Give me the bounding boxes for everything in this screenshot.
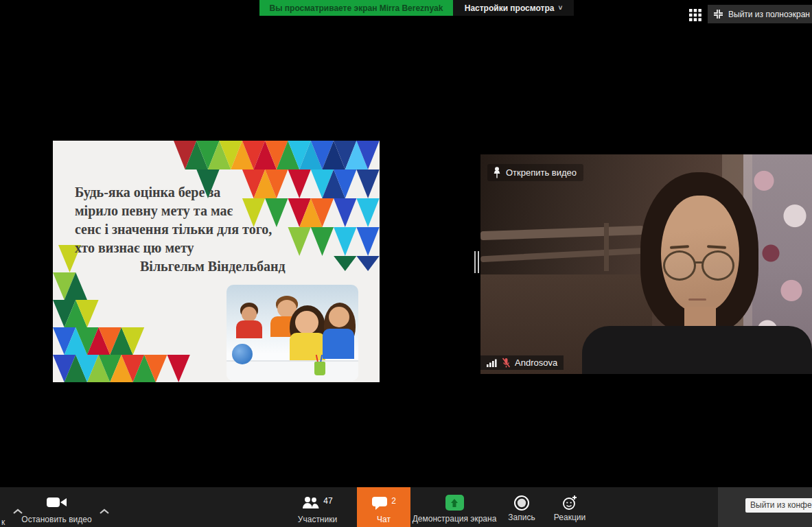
bed-rail	[480, 248, 647, 263]
record-button[interactable]: Запись	[498, 487, 546, 527]
bed-rail	[480, 226, 644, 240]
collapse-arrows-icon	[713, 9, 723, 19]
gallery-view-button[interactable]	[688, 8, 703, 23]
chat-icon	[371, 496, 388, 510]
quote-line: Будь-яка оцінка бере за	[75, 183, 301, 202]
stop-video-label: Остановить видео	[21, 515, 91, 524]
chevron-up-icon	[99, 508, 110, 515]
signal-bars-icon	[487, 359, 498, 367]
chat-badge: 2	[391, 496, 396, 506]
reactions-label: Реакции	[554, 513, 585, 522]
mic-muted-icon	[502, 358, 511, 368]
participants-count: 47	[323, 496, 332, 506]
slide-quote: Будь-яка оцінка бере за мірило певну мет…	[75, 183, 301, 276]
participant-name-label: Androsova	[480, 355, 564, 370]
chevron-down-icon: ˅	[558, 4, 562, 12]
panel-resize-handle[interactable]	[474, 251, 479, 273]
chat-button[interactable]: 2 Чат	[357, 487, 410, 527]
participant-name: Androsova	[515, 358, 557, 368]
exit-fullscreen-button[interactable]: Выйти из полноэкран	[708, 5, 812, 23]
quote-line: хто визнає цю мету	[75, 239, 301, 257]
record-label: Запись	[508, 513, 535, 522]
glasses-lens	[701, 250, 734, 281]
children-photo	[227, 285, 358, 381]
quote-author: Вільгельм Віндельбанд	[75, 257, 301, 276]
participant-torso	[582, 326, 812, 374]
video-camera-icon	[47, 496, 67, 508]
share-screen-icon	[445, 495, 464, 511]
audio-button-cut-label[interactable]: к	[1, 517, 5, 527]
view-settings-label: Настройки просмотра	[465, 3, 555, 13]
quote-line: сенс і значення тільки для того,	[75, 220, 301, 239]
stop-video-button[interactable]: Остановить видео	[17, 487, 96, 527]
mouth	[688, 298, 706, 301]
grid-icon	[689, 9, 701, 21]
video-options-chevron[interactable]	[99, 505, 110, 517]
screen-share-banner: Вы просматриваете экран Mirra Bereznyak	[259, 0, 453, 16]
reactions-button[interactable]: Реакции	[546, 487, 594, 527]
bed-post	[604, 223, 609, 271]
leave-meeting-button[interactable]: Выйти из конфе	[745, 498, 812, 513]
glasses-lens	[663, 250, 696, 281]
record-icon	[513, 495, 530, 511]
meeting-toolbar: к Остановить видео	[0, 487, 812, 527]
reactions-icon	[562, 495, 578, 511]
participants-label: Участники	[298, 515, 337, 524]
zoom-meeting-window: Вы просматриваете экран Mirra Bereznyak …	[0, 0, 812, 527]
quote-line: мірило певну мету та має	[75, 202, 301, 220]
share-screen-button[interactable]: Демонстрация экрана	[410, 487, 499, 527]
view-settings-button[interactable]: Настройки просмотра ˅	[453, 0, 574, 16]
participant-video-tile[interactable]: Открепить видео Androsova	[480, 154, 812, 374]
participants-icon	[302, 496, 320, 509]
participants-button[interactable]: 47 Участники	[278, 487, 357, 527]
pin-icon	[493, 167, 501, 178]
glasses-bridge	[695, 261, 703, 264]
exit-fullscreen-label: Выйти из полноэкран	[728, 10, 810, 19]
unpin-video-label: Открепить видео	[506, 167, 577, 178]
chat-label: Чат	[377, 515, 391, 524]
shared-screen-slide: Будь-яка оцінка бере за мірило певну мет…	[53, 141, 380, 382]
unpin-video-button[interactable]: Открепить видео	[487, 164, 583, 181]
share-screen-label: Демонстрация экрана	[413, 514, 497, 524]
